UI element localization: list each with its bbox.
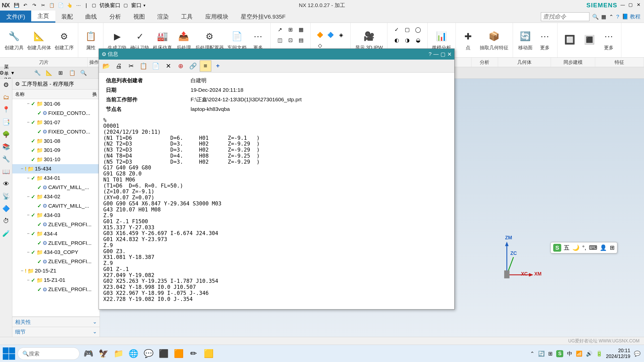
tutorial-link[interactable]: 📘 教程 xyxy=(622,13,640,20)
copy-icon[interactable]: 📋 xyxy=(48,2,55,9)
tree-item[interactable]: −✓📁15-Z1-01 xyxy=(12,276,100,285)
nav-icon[interactable]: 📡 xyxy=(0,190,12,202)
tab-home[interactable]: 主页 xyxy=(31,11,55,23)
nav-icon[interactable]: ⏱ xyxy=(0,215,12,227)
tab-view[interactable]: 视图 xyxy=(127,11,151,23)
open-icon[interactable]: 📂 xyxy=(101,60,112,72)
nav-icon[interactable]: 🗂 xyxy=(0,91,12,103)
ime-toolbar[interactable]: S 五 🌙 °, ⌨ 👤 ⊞ xyxy=(550,242,618,253)
tab-app[interactable]: 应用模块 xyxy=(199,11,234,23)
tb-icon[interactable]: 📐 xyxy=(44,68,54,78)
tb-icon[interactable]: 🔧 xyxy=(33,68,43,78)
delete-icon[interactable]: ✕ xyxy=(163,60,174,72)
minimize-icon[interactable]: — xyxy=(619,2,626,9)
file-menu[interactable]: 文件(F) xyxy=(0,11,31,23)
tree-item[interactable]: −!📁15-434 xyxy=(12,164,100,173)
tree-item[interactable]: ✓⚙ZLEVEL_PROFI... xyxy=(12,257,100,266)
tab-curve[interactable]: 曲线 xyxy=(79,11,103,23)
task-icon[interactable]: 🎮 xyxy=(82,347,95,360)
print-icon[interactable]: 🖨 xyxy=(113,60,125,72)
switch-window[interactable]: 切换窗口 xyxy=(99,2,120,9)
mini-icon[interactable]: ◑ xyxy=(403,35,412,45)
ime-tray-icon[interactable]: S xyxy=(556,350,563,357)
collapse-icon[interactable]: ⌃ xyxy=(609,14,614,20)
paste-icon[interactable]: 📄 xyxy=(57,2,64,9)
add-icon[interactable]: + xyxy=(212,60,224,72)
tray-icon[interactable]: ⊞ xyxy=(548,350,553,357)
ime-s-icon[interactable]: S xyxy=(553,244,561,252)
battery-icon[interactable]: 🔋 xyxy=(596,350,602,357)
tree-item[interactable]: −✓📁434-02 xyxy=(12,192,100,201)
mini-icon[interactable]: ▢ xyxy=(403,25,412,34)
tb-icon[interactable]: 🔍 xyxy=(79,68,89,78)
mini-icon[interactable]: ▦ xyxy=(296,25,306,34)
input-icon[interactable]: 中 xyxy=(567,350,572,357)
properties-button[interactable]: 📋属性 xyxy=(81,25,100,56)
tree-item[interactable]: ✓⚙CAVITY_MILL_... xyxy=(12,183,100,192)
tree-item[interactable]: −✓📁434-01 xyxy=(12,173,100,183)
point-button[interactable]: ✚点 xyxy=(458,25,478,56)
tb-icon[interactable]: 📋 xyxy=(67,68,77,78)
tree-item[interactable]: ✓⚙FIXED_CONTO... xyxy=(12,127,100,136)
cut-icon[interactable]: ✂ xyxy=(39,2,47,9)
maximize-icon[interactable]: ▢ xyxy=(627,2,634,9)
cube2-icon[interactable]: 🟨 xyxy=(203,347,215,360)
grid-icon[interactable]: ⊞ xyxy=(610,244,615,251)
mini-icon[interactable]: ⊞ xyxy=(286,25,296,34)
minimize-icon[interactable]: — xyxy=(433,51,439,57)
touch-icon[interactable]: 👆 xyxy=(66,2,73,9)
tab-plugin[interactable]: 星空外挂V6.935F xyxy=(234,11,292,23)
info-titlebar[interactable]: ⚙ 信息 ? — ▢ ✕ xyxy=(99,49,454,59)
mini-icon[interactable]: ◫ xyxy=(275,35,285,45)
nav-icon[interactable]: 🔷 xyxy=(0,202,12,215)
window-icon[interactable]: ▢ xyxy=(91,2,98,9)
app-icon[interactable]: ✏ xyxy=(187,347,200,360)
explorer-icon[interactable]: 📁 xyxy=(112,347,125,360)
tree-item[interactable]: ✓⚙ZLEVEL_PROFI... xyxy=(12,238,100,248)
search-icon[interactable]: 🔍 xyxy=(592,14,599,20)
paste-icon[interactable]: 📄 xyxy=(150,60,162,72)
more-icon[interactable]: ⋯ xyxy=(75,2,82,9)
tab-assembly[interactable]: 装配 xyxy=(55,11,79,23)
terminal-icon[interactable]: ⬛ xyxy=(157,347,170,360)
tree-item[interactable]: ✓📁301-08 xyxy=(12,136,100,146)
sync-icon[interactable]: 🔄 xyxy=(538,350,545,357)
copy-icon[interactable]: 📋 xyxy=(138,60,149,72)
nav-icon[interactable]: 📑 xyxy=(0,116,12,128)
tree-item[interactable]: −✓📁301-07 xyxy=(12,118,100,127)
mini-icon[interactable]: ◈ xyxy=(336,30,346,40)
feat2-button[interactable]: 🔳 xyxy=(580,25,599,56)
cube-icon[interactable]: 🟧 xyxy=(173,347,185,360)
volume-icon[interactable]: 🔊 xyxy=(586,350,592,357)
tree-item[interactable]: −✓📁434-03_COPY xyxy=(12,248,100,257)
tab-analysis[interactable]: 分析 xyxy=(103,11,127,23)
tree-item[interactable]: −!📁20-15-Z1 xyxy=(12,266,100,276)
more2-button[interactable]: ⋯更多 xyxy=(535,25,554,56)
wifi-icon[interactable]: 📶 xyxy=(576,350,582,357)
window2-icon[interactable]: ▢ xyxy=(122,2,129,9)
more3-button[interactable]: ⋯更多 xyxy=(599,25,618,56)
mini-icon[interactable]: ✓ xyxy=(392,25,402,34)
taskbar-search[interactable]: 🔍 搜索 xyxy=(18,347,79,360)
menu-button[interactable]: ⚙ 菜单(M) ▾ xyxy=(2,68,12,78)
nav-icon[interactable]: 👁 xyxy=(0,178,12,190)
help-icon[interactable]: ? xyxy=(616,14,619,20)
target-icon[interactable]: ⊕ xyxy=(175,60,186,72)
nav-icon[interactable]: 📖 xyxy=(0,165,12,177)
related-panel[interactable]: 相关性⌄ xyxy=(12,317,100,327)
moon-icon[interactable]: 🌙 xyxy=(572,244,580,251)
feat1-button[interactable]: 🔲 xyxy=(560,25,580,56)
chevron-up-icon[interactable]: ⌃ xyxy=(530,350,535,357)
clock[interactable]: 20:112024/12/19 xyxy=(606,348,630,359)
mini-icon[interactable]: ▤ xyxy=(296,35,306,45)
tree-item[interactable]: ✓📁301-10 xyxy=(12,155,100,164)
mini-icon[interactable]: ⊡ xyxy=(286,35,296,45)
nav-icon[interactable]: 📚 xyxy=(0,141,12,153)
move-face-button[interactable]: 🔄移动面 xyxy=(516,25,535,56)
mini-icon[interactable]: 🔷 xyxy=(326,30,336,40)
notification-icon[interactable]: 💬 xyxy=(634,350,640,357)
nav-icon[interactable]: 🌳 xyxy=(0,128,12,141)
nav-icon[interactable]: 🧪 xyxy=(0,227,12,240)
gear-icon[interactable]: ⚙ xyxy=(0,79,12,91)
window-menu[interactable]: 窗口 xyxy=(131,2,142,9)
